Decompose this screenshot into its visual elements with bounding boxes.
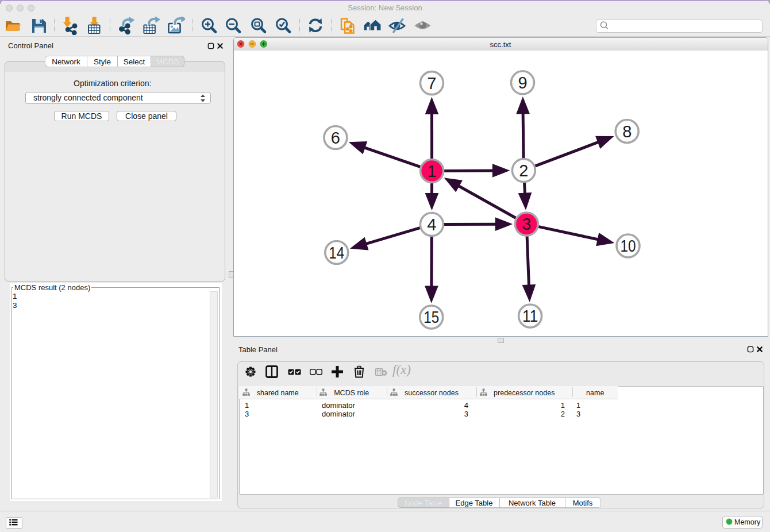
svg-text:4: 4: [427, 215, 436, 234]
svg-text:3: 3: [522, 215, 531, 233]
svg-text:8: 8: [622, 122, 632, 141]
svg-text:14: 14: [329, 244, 344, 262]
svg-text:6: 6: [330, 129, 340, 147]
svg-text:2: 2: [519, 161, 528, 180]
svg-text:7: 7: [427, 74, 436, 92]
svg-text:9: 9: [518, 74, 527, 92]
svg-text:1: 1: [427, 162, 436, 180]
svg-text:11: 11: [522, 307, 538, 325]
svg-text:15: 15: [424, 308, 439, 326]
svg-text:10: 10: [620, 237, 636, 255]
